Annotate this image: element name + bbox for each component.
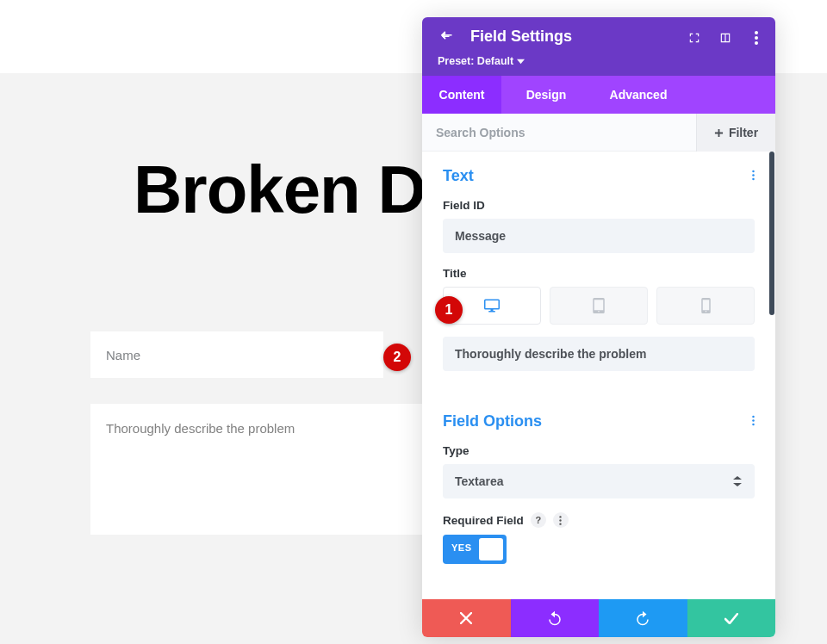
plus-icon xyxy=(714,128,724,138)
chevron-down-icon xyxy=(517,58,525,65)
required-menu-icon[interactable] xyxy=(553,512,569,528)
close-icon xyxy=(460,612,472,624)
tab-content[interactable]: Content xyxy=(422,76,501,114)
section-text-menu-icon[interactable] xyxy=(752,169,755,184)
device-selector xyxy=(443,287,755,325)
filter-label: Filter xyxy=(729,126,758,139)
type-select[interactable]: Textarea xyxy=(443,464,755,498)
section-text-title: Text xyxy=(443,167,474,185)
check-icon xyxy=(724,613,738,624)
form-name-field[interactable]: Name xyxy=(90,331,383,378)
panel-header: Field Settings Preset: Default xyxy=(422,17,775,76)
expand-icon[interactable] xyxy=(684,28,705,48)
required-toggle[interactable]: YES xyxy=(443,535,507,564)
panel-title: Field Settings xyxy=(470,28,572,46)
field-id-label: Field ID xyxy=(443,199,755,212)
svg-point-3 xyxy=(752,170,755,172)
form-name-placeholder: Name xyxy=(106,348,140,362)
panel-footer xyxy=(422,599,775,637)
save-button[interactable] xyxy=(687,599,776,637)
layout-icon[interactable] xyxy=(715,28,736,48)
type-value: Textarea xyxy=(455,474,504,488)
tab-advanced[interactable]: Advanced xyxy=(591,76,686,114)
cancel-button[interactable] xyxy=(422,599,511,637)
select-caret-icon xyxy=(732,476,743,486)
preset-selector[interactable]: Preset: Default xyxy=(438,55,525,67)
redo-icon xyxy=(635,610,650,626)
section-field-options: Field Options Type Textarea Required Fie… xyxy=(422,397,775,567)
help-icon[interactable]: ? xyxy=(531,512,546,528)
type-label: Type xyxy=(443,444,755,457)
phone-icon xyxy=(701,298,711,313)
device-phone-button[interactable] xyxy=(656,287,755,325)
svg-point-9 xyxy=(560,516,562,517)
section-text: Text Field ID Title xyxy=(422,152,775,375)
svg-point-8 xyxy=(752,423,755,425)
required-toggle-label: YES xyxy=(451,542,472,553)
form-message-placeholder: Thoroughly describe the problem xyxy=(106,421,295,436)
svg-point-11 xyxy=(560,523,562,524)
toggle-knob xyxy=(479,538,503,560)
svg-point-5 xyxy=(752,177,755,180)
svg-point-6 xyxy=(752,415,755,418)
back-icon[interactable] xyxy=(438,29,453,45)
panel-tabs: Content Design Advanced xyxy=(422,76,775,114)
title-input[interactable] xyxy=(443,337,755,371)
svg-point-10 xyxy=(560,519,562,521)
undo-icon xyxy=(547,610,563,626)
svg-point-2 xyxy=(755,41,758,45)
filter-button[interactable]: Filter xyxy=(696,114,775,152)
required-label-text: Required Field xyxy=(443,514,524,527)
tab-design[interactable]: Design xyxy=(501,76,591,114)
device-tablet-button[interactable] xyxy=(550,287,648,325)
tablet-icon xyxy=(593,298,605,313)
scrollbar[interactable] xyxy=(769,152,774,315)
search-input[interactable] xyxy=(422,114,685,152)
panel-search-row: Filter xyxy=(422,114,775,152)
redo-button[interactable] xyxy=(599,599,687,637)
annotation-marker-2: 2 xyxy=(383,344,411,371)
section-options-menu-icon[interactable] xyxy=(752,414,755,430)
kebab-menu-icon[interactable] xyxy=(746,28,767,48)
undo-button[interactable] xyxy=(511,599,600,637)
desktop-icon xyxy=(484,299,500,313)
svg-point-4 xyxy=(752,174,755,176)
title-label: Title xyxy=(443,267,755,280)
svg-point-7 xyxy=(752,419,755,422)
section-options-title: Field Options xyxy=(443,412,542,430)
field-id-input[interactable] xyxy=(443,219,755,253)
panel-body: Text Field ID Title xyxy=(422,152,775,599)
svg-point-0 xyxy=(755,31,758,34)
required-label: Required Field ? xyxy=(443,512,755,528)
preset-label: Preset: Default xyxy=(438,55,513,67)
annotation-marker-1: 1 xyxy=(435,296,463,324)
svg-point-1 xyxy=(755,36,758,40)
field-settings-panel: Field Settings Preset: Default Content D… xyxy=(422,17,775,637)
